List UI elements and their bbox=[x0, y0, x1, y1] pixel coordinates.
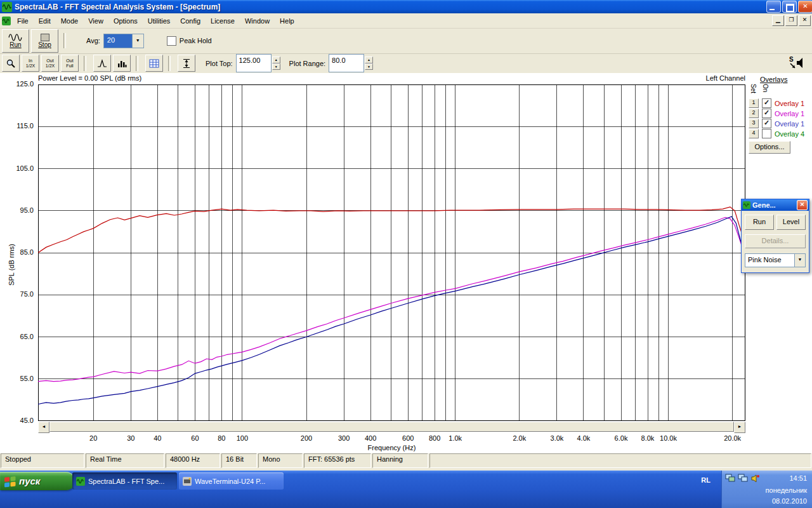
start-button[interactable]: пуск bbox=[0, 472, 75, 490]
taskbar-button-1[interactable]: SpectraLAB - FFT Spe... bbox=[72, 472, 177, 490]
mdi-restore-button[interactable]: ❐ bbox=[785, 15, 797, 26]
generator-titlebar[interactable]: Gene... ✕ bbox=[742, 199, 809, 211]
avg-dropdown-arrow[interactable]: ▼ bbox=[132, 34, 143, 48]
grid-icon bbox=[149, 59, 159, 68]
stop-button[interactable]: Stop bbox=[31, 29, 58, 53]
x-tick-label: 1.0k bbox=[442, 434, 469, 442]
taskbar-button-icon bbox=[76, 477, 85, 486]
status-panel-1: Stopped bbox=[1, 453, 84, 468]
network-icon[interactable] bbox=[725, 474, 736, 483]
generator-title: Gene... bbox=[752, 201, 776, 209]
menu-options[interactable]: Options bbox=[108, 15, 143, 27]
maximize-button[interactable] bbox=[782, 1, 797, 13]
generator-signal-combobox[interactable]: Pink Noise ▼ bbox=[745, 253, 806, 267]
x-axis-ticks: 20304060801002003004006008001.0k2.0k3.0k… bbox=[0, 434, 812, 443]
zoom-out-half-button[interactable]: Out 1/2X bbox=[41, 55, 59, 72]
zoom-button[interactable] bbox=[2, 55, 20, 72]
x-tick-label: 6.0k bbox=[607, 434, 635, 442]
run-button[interactable]: Run bbox=[2, 29, 29, 53]
overlay-set-button-2[interactable]: 2 bbox=[749, 109, 759, 118]
generator-signal-dropdown-arrow[interactable]: ▼ bbox=[794, 254, 805, 267]
y-tick-label: 55.0 bbox=[2, 375, 34, 382]
statusbar: StoppedReal Time48000 Hz16 BitMonoFFT: 6… bbox=[0, 453, 812, 467]
x-tick-label: 3.0k bbox=[543, 434, 571, 442]
plot-top-label: Plot Top: bbox=[206, 60, 233, 67]
taskbar-button-2[interactable]: WaveTerminal-U24 P... bbox=[179, 472, 284, 490]
x-tick-label: 200 bbox=[292, 434, 320, 442]
grid-table-button[interactable] bbox=[145, 55, 163, 72]
overlay-on-checkbox-4[interactable] bbox=[762, 129, 771, 138]
clock-date: 08.02.2010 bbox=[772, 497, 807, 505]
clock-time[interactable]: 14:51 bbox=[789, 474, 807, 482]
menu-help[interactable]: Help bbox=[275, 15, 299, 27]
plot-scrollbar[interactable]: ◄ ► bbox=[38, 422, 745, 432]
overlay-on-checkbox-2[interactable]: ✓ bbox=[762, 109, 771, 118]
menu-window[interactable]: Window bbox=[240, 15, 275, 27]
status-panel-3: 48000 Hz bbox=[166, 453, 220, 468]
overlay-set-button-4[interactable]: 4 bbox=[749, 129, 759, 138]
menu-edit[interactable]: Edit bbox=[34, 15, 56, 27]
generator-close-icon[interactable]: ✕ bbox=[797, 200, 808, 210]
magnifier-icon bbox=[6, 58, 16, 69]
minimize-button[interactable] bbox=[766, 1, 781, 13]
x-tick-label: 60 bbox=[181, 434, 209, 442]
overlay-on-checkbox-1[interactable]: ✓ bbox=[762, 98, 771, 108]
plot-top-field[interactable]: 125.00 bbox=[236, 54, 272, 72]
menu-view[interactable]: View bbox=[83, 15, 108, 27]
tray-icons bbox=[725, 474, 760, 483]
avg-combobox[interactable]: 20 ▼ bbox=[103, 34, 144, 48]
scroll-left-arrow[interactable]: ◄ bbox=[38, 422, 49, 433]
menu-config[interactable]: Config bbox=[175, 15, 206, 27]
generator-level-button[interactable]: Level bbox=[776, 215, 806, 230]
window-title: SpectraLAB - FFT Spectral Analysis Syste… bbox=[15, 3, 766, 11]
zoom-in-half-button[interactable]: In 1/2X bbox=[22, 55, 39, 72]
overlays-options-button[interactable]: Options... bbox=[749, 141, 790, 154]
stop-button-label: Stop bbox=[38, 41, 51, 48]
zoom-out-l2: 1/2X bbox=[46, 64, 55, 69]
generator-run-button[interactable]: Run bbox=[745, 215, 774, 230]
x-tick-label: 4.0k bbox=[570, 434, 598, 442]
avg-value: 20 bbox=[104, 34, 132, 48]
bar-spectrum-button[interactable] bbox=[113, 55, 131, 72]
overlay-label-3: Overlay 1 bbox=[775, 120, 804, 128]
mdi-close-button[interactable]: ✕ bbox=[799, 15, 811, 26]
scrollbar-thumb[interactable] bbox=[49, 422, 734, 432]
channel-label: Left Channel bbox=[706, 74, 745, 82]
menu-license[interactable]: License bbox=[206, 15, 240, 27]
plot-range-spinner[interactable]: ▲▼ bbox=[365, 57, 373, 70]
y-tick-label: 95.0 bbox=[2, 206, 34, 214]
peak-curve-button[interactable] bbox=[93, 55, 111, 72]
overlay-on-checkbox-3[interactable]: ✓ bbox=[762, 119, 771, 128]
peak-hold-checkbox[interactable] bbox=[167, 36, 176, 46]
display-toolbar: In 1/2X Out 1/2X Out Full bbox=[0, 53, 812, 74]
plot-top-spinner[interactable]: ▲▼ bbox=[272, 57, 280, 70]
status-panel-7: Hanning bbox=[372, 453, 428, 468]
overlays-col-on: On bbox=[762, 84, 769, 92]
peak-hold-label: Peak Hold bbox=[180, 37, 212, 44]
mdi-minimize-button[interactable]: ▁ bbox=[772, 15, 784, 26]
scroll-right-arrow[interactable]: ► bbox=[734, 422, 745, 433]
spectrum-client-area: Power Level = 0.00 SPL (dB rms) Left Cha… bbox=[0, 73, 812, 453]
network-icon-2[interactable] bbox=[738, 474, 749, 483]
menu-file[interactable]: File bbox=[12, 15, 34, 27]
y-tick-label: 65.0 bbox=[2, 333, 34, 340]
overlay-set-button-1[interactable]: 1 bbox=[749, 98, 759, 108]
zoom-out-full-button[interactable]: Out Full bbox=[61, 55, 79, 72]
plot-range-field[interactable]: 80.0 bbox=[329, 54, 364, 72]
status-panel-6: FFT: 65536 pts bbox=[304, 453, 371, 468]
generator-details-button[interactable]: Details... bbox=[745, 234, 806, 248]
zoom-full-l1: Out bbox=[66, 58, 73, 64]
volume-icon[interactable] bbox=[750, 474, 760, 483]
close-button[interactable]: ✕ bbox=[798, 1, 812, 13]
language-indicator[interactable]: RL bbox=[701, 476, 710, 484]
plot-range-label: Plot Range: bbox=[289, 60, 325, 67]
spectrum-child-icon bbox=[2, 17, 11, 25]
x-tick-label: 300 bbox=[330, 434, 358, 442]
x-tick-label: 600 bbox=[394, 434, 422, 442]
menu-mode[interactable]: Mode bbox=[56, 15, 84, 27]
x-tick-label: 400 bbox=[357, 434, 384, 442]
menu-utilities[interactable]: Utilities bbox=[143, 15, 175, 27]
vertical-fit-button[interactable] bbox=[178, 55, 195, 72]
overlay-set-button-3[interactable]: 3 bbox=[749, 119, 759, 128]
monitor-toggle[interactable]: S bbox=[788, 55, 808, 72]
